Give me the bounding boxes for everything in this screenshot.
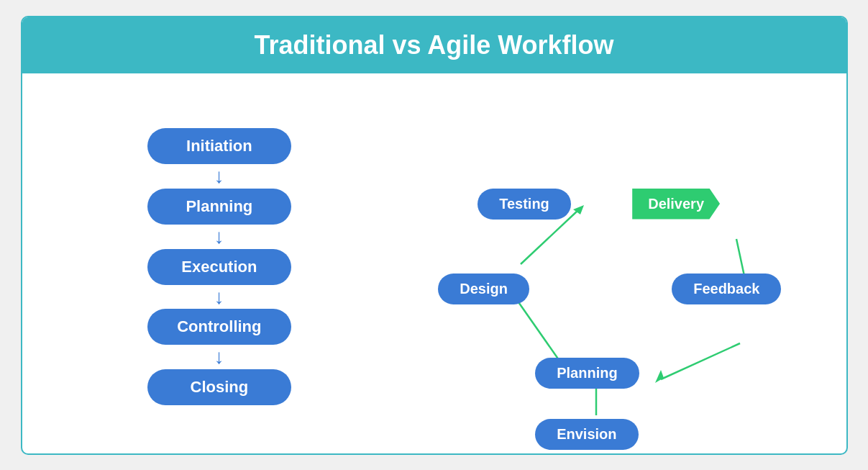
agile-testing: Testing	[478, 189, 571, 220]
page-title: Traditional vs Agile Workflow	[22, 17, 846, 73]
agile-design: Design	[438, 274, 529, 304]
agile-panel: Testing Delivery Design Feedback Plannin…	[395, 88, 824, 439]
arrow-1: ↓	[214, 164, 224, 189]
trad-initiation: Initiation	[147, 128, 291, 164]
agile-delivery: Delivery	[632, 189, 720, 220]
arrow-4: ↓	[214, 345, 224, 369]
trad-execution: Execution	[147, 249, 291, 285]
agile-envision: Envision	[535, 419, 638, 450]
trad-controlling: Controlling	[147, 309, 291, 345]
traditional-panel: Initiation ↓ Planning ↓ Execution ↓ Cont…	[44, 88, 396, 439]
content-area: Initiation ↓ Planning ↓ Execution ↓ Cont…	[22, 73, 846, 453]
svg-marker-7	[655, 370, 664, 383]
trad-closing: Closing	[147, 369, 291, 405]
arrow-2: ↓	[214, 225, 224, 249]
main-card: Traditional vs Agile Workflow Initiation…	[21, 16, 848, 455]
agile-planning: Planning	[535, 358, 639, 389]
trad-planning: Planning	[147, 189, 291, 225]
arrow-3: ↓	[214, 285, 224, 309]
svg-line-6	[661, 343, 740, 379]
agile-feedback: Feedback	[672, 274, 781, 304]
